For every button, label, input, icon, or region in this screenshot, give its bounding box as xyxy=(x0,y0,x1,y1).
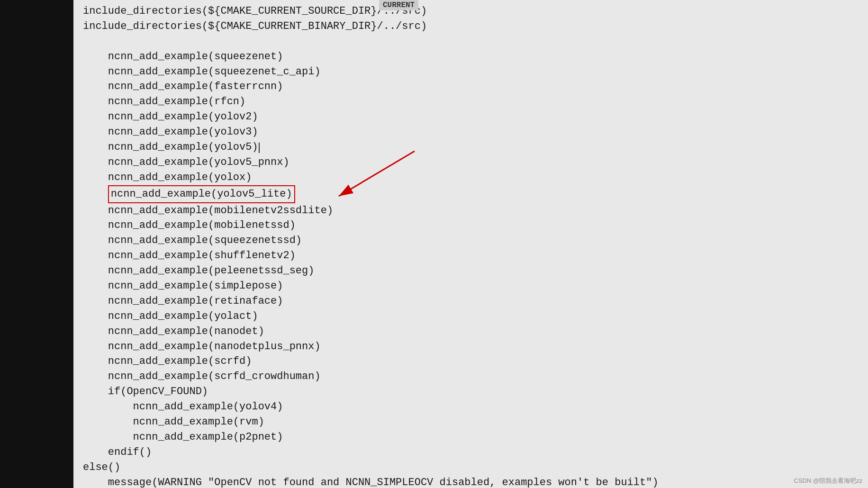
highlighted-code-line: ncnn_add_example(yolov5_lite) xyxy=(83,185,868,203)
code-line: ncnn_add_example(squeezenet_c_api) xyxy=(83,64,868,80)
code-line: ncnn_add_example(shufflenetv2) xyxy=(83,248,868,263)
code-line: ncnn_add_example(yolov2) xyxy=(83,109,868,125)
left-panel xyxy=(0,0,73,488)
code-line: ncnn_add_example(scrfd_crowdhuman) xyxy=(83,369,868,384)
code-line: ncnn_add_example(fasterrcnn) xyxy=(83,79,868,94)
code-line: ncnn_add_example(yolox) xyxy=(83,170,868,185)
code-line: ncnn_add_example(simplepose) xyxy=(83,279,868,294)
code-line: ncnn_add_example(p2pnet) xyxy=(83,430,868,445)
code-line: include_directories(${CMAKE_CURRENT_BINA… xyxy=(83,19,868,34)
code-line-blank xyxy=(83,34,868,49)
code-line: include_directories(${CMAKE_CURRENT_SOUR… xyxy=(83,4,868,19)
code-line: ncnn_add_example(peleenetssd_seg) xyxy=(83,263,868,279)
code-line: ncnn_add_example(mobilenetssd) xyxy=(83,218,868,233)
code-line: ncnn_add_example(yolov3) xyxy=(83,125,868,140)
code-line: endif() xyxy=(83,445,868,460)
code-line: ncnn_add_example(rvm) xyxy=(83,415,868,430)
code-area: include_directories(${CMAKE_CURRENT_SOUR… xyxy=(73,0,868,488)
watermark: CSDN @陪我去看海吧zz xyxy=(794,477,862,485)
code-line: ncnn_add_example(retinaface) xyxy=(83,294,868,309)
code-line: ncnn_add_example(nanodetplus_pnnx) xyxy=(83,339,868,354)
code-line: ncnn_add_example(yolov4) xyxy=(83,399,868,415)
code-line: ncnn_add_example(scrfd) xyxy=(83,354,868,369)
code-line: ncnn_add_example(nanodet) xyxy=(83,324,868,339)
code-line: ncnn_add_example(rfcn) xyxy=(83,94,868,109)
code-line: ncnn_add_example(mobilenetv2ssdlite) xyxy=(83,203,868,218)
code-line: ncnn_add_example(yolov5) xyxy=(83,140,868,155)
top-label: CURRENT xyxy=(379,0,418,10)
code-line: ncnn_add_example(squeezenet) xyxy=(83,49,868,64)
code-line-bottom: message(WARNING "OpenCV not found and NC… xyxy=(83,475,868,488)
code-line: ncnn_add_example(yolact) xyxy=(83,309,868,324)
code-line: ncnn_add_example(squeezenetssd) xyxy=(83,233,868,248)
code-line: if(OpenCV_FOUND) xyxy=(83,384,868,399)
code-line: ncnn_add_example(yolov5_pnnx) xyxy=(83,155,868,170)
code-line: else() xyxy=(83,460,868,475)
